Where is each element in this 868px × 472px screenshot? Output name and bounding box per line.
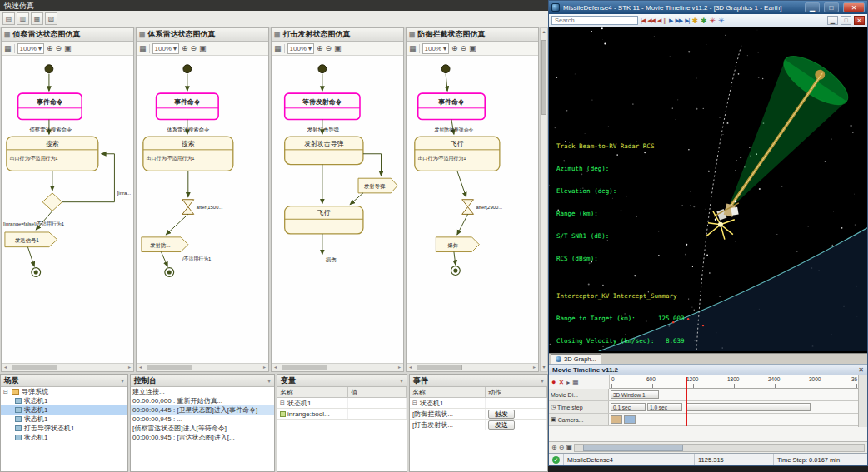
toolbar-button-1[interactable]: ▤ bbox=[2, 12, 15, 25]
horizontal-scrollbar[interactable]: ◂ ▸ bbox=[272, 363, 403, 371]
scrollbar-thumb[interactable] bbox=[417, 365, 462, 370]
expander-icon[interactable]: ⊟ bbox=[412, 400, 418, 406]
table-group-row[interactable]: ⊟ 状态机1 bbox=[277, 398, 407, 409]
horizontal-scrollbar[interactable]: ◂ ▸ bbox=[2, 363, 133, 371]
signal-send-node[interactable]: 发送信号1 bbox=[5, 232, 57, 247]
panel-menu-icon[interactable]: ▾ bbox=[541, 377, 544, 385]
vertical-scrollbar[interactable]: ▴ ▾ bbox=[540, 27, 548, 372]
maximize-button[interactable]: □ bbox=[824, 2, 839, 12]
zoom-in-icon[interactable]: ⊕ bbox=[317, 44, 323, 52]
close-icon[interactable]: ✕ bbox=[858, 366, 864, 374]
rewind-icon[interactable]: ◀◀ bbox=[647, 17, 655, 24]
scroll-left-icon[interactable]: ◂ bbox=[137, 364, 144, 371]
panel-title-bar[interactable]: ▦ 防御拦截状态图仿真 bbox=[407, 28, 538, 42]
scroll-right-icon[interactable]: ▸ bbox=[126, 364, 133, 371]
row-label[interactable]: Movie Di... bbox=[549, 389, 609, 400]
delete-icon[interactable]: ✕ bbox=[558, 379, 564, 386]
timeline-ruler[interactable]: 0 600 1200 1800 2400 3000 36 bbox=[609, 375, 859, 389]
tree-item[interactable]: 打击导弹状态机1 bbox=[1, 424, 127, 433]
time-event-node[interactable] bbox=[462, 200, 474, 215]
step-first-icon[interactable]: |◀ bbox=[641, 17, 645, 24]
scrollbar-thumb[interactable] bbox=[583, 445, 683, 451]
toolbar-button-4[interactable]: ▧ bbox=[45, 12, 57, 25]
fit-icon[interactable]: ▣ bbox=[199, 44, 207, 52]
expander-icon[interactable]: ⊟ bbox=[3, 389, 9, 395]
step-last-icon[interactable]: ▶| bbox=[685, 17, 689, 24]
scrollbar-thumb[interactable] bbox=[282, 365, 327, 370]
variables-panel-header[interactable]: 变量 ▾ bbox=[277, 375, 407, 387]
state-diagram-canvas[interactable]: 事件命令 体系雷达搜索命令 搜索 出口行为/不适用行为1 bbox=[137, 56, 268, 363]
zoom-out-icon[interactable]: ⊖ bbox=[559, 444, 565, 451]
trigger-button[interactable]: 触发 bbox=[488, 410, 515, 419]
zoom-level-dropdown[interactable]: 100% ▾ bbox=[17, 43, 44, 54]
play-segment-icon[interactable]: ▸ bbox=[566, 379, 570, 386]
table-group-row[interactable]: ⊟ 状态机1 bbox=[410, 398, 547, 409]
events-panel-header[interactable]: 事件 ▾ bbox=[410, 375, 547, 387]
zoom-fit-icon[interactable]: ▣ bbox=[566, 444, 572, 451]
initial-node[interactable] bbox=[183, 65, 192, 73]
time-event-node[interactable] bbox=[182, 200, 194, 215]
row-content[interactable]: 3D Window 1 bbox=[609, 389, 859, 400]
event-state[interactable]: 事件命令 bbox=[418, 93, 485, 119]
child-restore-button[interactable]: □ bbox=[841, 16, 851, 25]
window-selector[interactable]: 3D Window 1 bbox=[611, 390, 659, 399]
panel-menu-icon[interactable]: ▾ bbox=[400, 377, 403, 385]
column-name[interactable]: 名称 bbox=[410, 387, 486, 397]
row-content[interactable] bbox=[609, 414, 859, 425]
grid-icon[interactable]: ▦ bbox=[139, 44, 147, 52]
scene-panel-header[interactable]: 场景 ▾ bbox=[1, 375, 127, 387]
column-value[interactable]: 值 bbox=[348, 387, 407, 397]
toolbar-button-3[interactable]: ▦ bbox=[31, 12, 43, 25]
film-icon[interactable]: ▦ bbox=[572, 379, 579, 386]
3d-graphics-view[interactable]: Track Beam-to-RV Radar RCS Azimuth (deg)… bbox=[549, 27, 867, 353]
decision-node[interactable] bbox=[42, 193, 62, 211]
final-node[interactable] bbox=[451, 266, 460, 276]
zoom-level-dropdown[interactable]: 100% ▾ bbox=[287, 43, 314, 54]
zoom-in-icon[interactable]: ⊕ bbox=[451, 44, 458, 52]
state-diagram-canvas[interactable]: 等待发射命令 发射打击导弹 发射攻击导弹 发 bbox=[272, 56, 403, 363]
zoom-in-icon[interactable]: ⊕ bbox=[47, 44, 53, 52]
close-button[interactable]: ✕ bbox=[843, 2, 865, 12]
camera-keyframe[interactable] bbox=[611, 415, 622, 424]
zoom-out-icon[interactable]: ⊖ bbox=[191, 44, 197, 52]
column-name[interactable]: 名称 bbox=[277, 387, 348, 397]
tab-3d-graphics[interactable]: 3D Graph... bbox=[551, 354, 601, 364]
initial-node[interactable] bbox=[318, 65, 327, 73]
timeline-horizontal-scrollbar[interactable] bbox=[574, 444, 865, 452]
sensor-icon[interactable]: ✳ bbox=[709, 17, 716, 25]
scroll-left-icon[interactable]: ◂ bbox=[272, 364, 279, 371]
camera-keyframe[interactable] bbox=[624, 415, 636, 424]
timestep-segment[interactable] bbox=[686, 403, 811, 411]
step-back-icon[interactable]: ◀ bbox=[657, 17, 661, 24]
grid-icon[interactable]: ▦ bbox=[409, 44, 417, 52]
zoom-in-icon[interactable]: ⊕ bbox=[551, 444, 557, 451]
search-state[interactable]: 搜索 出口行为/不适用行为1 bbox=[143, 137, 233, 171]
panel-title-bar[interactable]: ▦ 打击发射状态图仿真 bbox=[272, 28, 403, 42]
tree-item[interactable]: 状态机1 bbox=[1, 396, 127, 405]
tree-item[interactable]: 状态机1 bbox=[1, 433, 127, 442]
panel-title-bar[interactable]: ▦ 体系雷达状态图仿真 bbox=[137, 28, 268, 42]
scroll-left-icon[interactable]: ◂ bbox=[2, 364, 9, 371]
zoom-level-dropdown[interactable]: 100% ▾ bbox=[152, 43, 179, 54]
child-minimize-button[interactable]: ▁ bbox=[827, 16, 838, 25]
globe-tool-icon[interactable]: ✳ bbox=[718, 17, 725, 25]
scroll-up-icon[interactable]: ▴ bbox=[541, 28, 547, 36]
grid-icon[interactable]: ▦ bbox=[274, 44, 282, 52]
search-input[interactable] bbox=[551, 16, 638, 25]
scrollbar-thumb[interactable] bbox=[541, 40, 546, 115]
vector-icon[interactable]: ✱ bbox=[701, 17, 707, 25]
panel-title-bar[interactable]: ▦ 侦察雷达状态图仿真 bbox=[2, 28, 133, 42]
pause-icon[interactable]: || bbox=[663, 17, 666, 23]
scroll-right-icon[interactable]: ▸ bbox=[396, 364, 403, 371]
timestep-segment[interactable]: 0.1 sec bbox=[611, 403, 646, 411]
tree-root[interactable]: ⊟ 导弹系统 bbox=[1, 387, 127, 396]
state-diagram-canvas[interactable]: 事件命令 侦察雷达搜索命令 搜索 出口行为/不适用行为1 bbox=[2, 56, 133, 363]
horizontal-scrollbar[interactable]: ◂ ▸ bbox=[137, 363, 268, 371]
scrollbar-thumb[interactable] bbox=[12, 365, 57, 370]
play-icon[interactable]: ▶ bbox=[669, 17, 672, 24]
state-diagram-canvas[interactable]: 事件命令 发射防御导弹命令 飞行 出口行为/不适用行为1 bbox=[407, 56, 538, 363]
scroll-down-icon[interactable]: ▾ bbox=[541, 364, 547, 371]
zoom-level-dropdown[interactable]: 100% ▾ bbox=[422, 43, 449, 54]
fit-icon[interactable]: ▣ bbox=[469, 44, 476, 52]
initial-node[interactable] bbox=[45, 65, 53, 73]
